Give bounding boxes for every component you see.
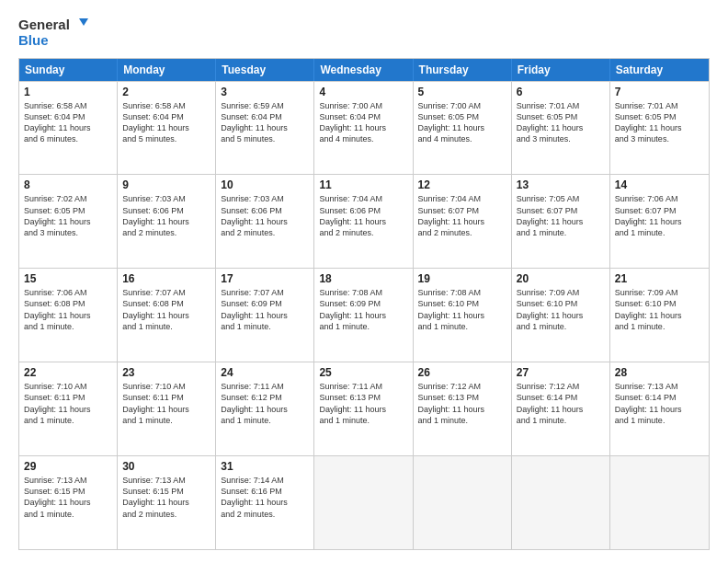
calendar-cell: 21Sunrise: 7:09 AMSunset: 6:10 PMDayligh… — [610, 269, 709, 362]
day-number: 15 — [24, 272, 112, 285]
cell-info: Sunrise: 7:06 AMSunset: 6:08 PMDaylight:… — [24, 287, 112, 332]
cell-info: Sunrise: 7:01 AMSunset: 6:05 PMDaylight:… — [517, 100, 605, 145]
day-number: 28 — [615, 366, 704, 379]
day-number: 20 — [517, 272, 605, 285]
calendar-cell: 16Sunrise: 7:07 AMSunset: 6:08 PMDayligh… — [118, 269, 216, 362]
day-number: 25 — [319, 366, 407, 379]
logo-arrow-icon — [72, 17, 88, 33]
calendar-cell: 10Sunrise: 7:03 AMSunset: 6:06 PMDayligh… — [216, 175, 314, 268]
cell-info: Sunrise: 7:12 AMSunset: 6:13 PMDaylight:… — [418, 381, 506, 426]
calendar-body: 1Sunrise: 6:58 AMSunset: 6:04 PMDaylight… — [19, 81, 709, 550]
day-number: 23 — [122, 366, 210, 379]
day-number: 29 — [24, 460, 112, 473]
cell-info: Sunrise: 7:08 AMSunset: 6:09 PMDaylight:… — [319, 287, 407, 332]
cell-info: Sunrise: 7:11 AMSunset: 6:12 PMDaylight:… — [221, 381, 309, 426]
calendar-header-day: Thursday — [414, 59, 512, 81]
calendar-cell: 27Sunrise: 7:12 AMSunset: 6:14 PMDayligh… — [512, 362, 610, 455]
day-number: 12 — [418, 178, 506, 191]
calendar-cell: 24Sunrise: 7:11 AMSunset: 6:12 PMDayligh… — [216, 362, 314, 455]
calendar-header-day: Monday — [118, 59, 216, 81]
header: General Blue — [18, 17, 710, 49]
day-number: 14 — [615, 178, 704, 191]
day-number: 7 — [615, 86, 704, 98]
page: General Blue SundayMondayTuesdayWednesda… — [0, 0, 728, 563]
calendar-cell: 9Sunrise: 7:03 AMSunset: 6:06 PMDaylight… — [118, 175, 216, 268]
day-number: 13 — [517, 178, 605, 191]
cell-info: Sunrise: 7:00 AMSunset: 6:04 PMDaylight:… — [319, 100, 407, 145]
calendar-header-day: Saturday — [610, 59, 709, 81]
calendar-cell: 28Sunrise: 7:13 AMSunset: 6:14 PMDayligh… — [610, 362, 709, 455]
calendar-cell: 15Sunrise: 7:06 AMSunset: 6:08 PMDayligh… — [19, 269, 118, 362]
cell-info: Sunrise: 7:11 AMSunset: 6:13 PMDaylight:… — [319, 381, 407, 426]
cell-info: Sunrise: 7:13 AMSunset: 6:15 PMDaylight:… — [122, 475, 210, 520]
cell-info: Sunrise: 7:10 AMSunset: 6:11 PMDaylight:… — [122, 381, 210, 426]
calendar-cell: 23Sunrise: 7:10 AMSunset: 6:11 PMDayligh… — [118, 362, 216, 455]
calendar-header-day: Wednesday — [314, 59, 413, 81]
cell-info: Sunrise: 6:58 AMSunset: 6:04 PMDaylight:… — [122, 100, 210, 145]
day-number: 3 — [221, 86, 309, 98]
day-number: 24 — [221, 366, 309, 379]
calendar-cell: 13Sunrise: 7:05 AMSunset: 6:07 PMDayligh… — [512, 175, 610, 268]
cell-info: Sunrise: 7:14 AMSunset: 6:16 PMDaylight:… — [221, 475, 309, 520]
calendar-cell: 6Sunrise: 7:01 AMSunset: 6:05 PMDaylight… — [512, 82, 610, 175]
logo-general: General — [18, 17, 70, 33]
calendar-cell: 18Sunrise: 7:08 AMSunset: 6:09 PMDayligh… — [314, 269, 413, 362]
day-number: 8 — [24, 178, 112, 191]
calendar-header-day: Tuesday — [216, 59, 314, 81]
calendar-cell: 22Sunrise: 7:10 AMSunset: 6:11 PMDayligh… — [19, 362, 118, 455]
calendar-week: 1Sunrise: 6:58 AMSunset: 6:04 PMDaylight… — [19, 81, 709, 175]
cell-info: Sunrise: 7:06 AMSunset: 6:07 PMDaylight:… — [615, 193, 704, 238]
calendar-cell: 30Sunrise: 7:13 AMSunset: 6:15 PMDayligh… — [118, 456, 216, 549]
calendar-cell: 29Sunrise: 7:13 AMSunset: 6:15 PMDayligh… — [19, 456, 118, 549]
cell-info: Sunrise: 7:08 AMSunset: 6:10 PMDaylight:… — [418, 287, 506, 332]
cell-info: Sunrise: 7:07 AMSunset: 6:09 PMDaylight:… — [221, 287, 309, 332]
calendar-cell: 26Sunrise: 7:12 AMSunset: 6:13 PMDayligh… — [414, 362, 512, 455]
day-number: 6 — [517, 86, 605, 98]
calendar-week: 22Sunrise: 7:10 AMSunset: 6:11 PMDayligh… — [19, 362, 709, 455]
day-number: 21 — [615, 272, 704, 285]
calendar-cell: 14Sunrise: 7:06 AMSunset: 6:07 PMDayligh… — [610, 175, 709, 268]
cell-info: Sunrise: 7:09 AMSunset: 6:10 PMDaylight:… — [615, 287, 704, 332]
calendar-cell: 19Sunrise: 7:08 AMSunset: 6:10 PMDayligh… — [414, 269, 512, 362]
calendar-cell: 3Sunrise: 6:59 AMSunset: 6:04 PMDaylight… — [216, 82, 314, 175]
day-number: 19 — [418, 272, 506, 285]
day-number: 11 — [319, 178, 407, 191]
calendar-cell: 7Sunrise: 7:01 AMSunset: 6:05 PMDaylight… — [610, 82, 709, 175]
day-number: 4 — [319, 86, 407, 98]
cell-info: Sunrise: 7:12 AMSunset: 6:14 PMDaylight:… — [517, 381, 605, 426]
cell-info: Sunrise: 7:00 AMSunset: 6:05 PMDaylight:… — [418, 100, 506, 145]
calendar-cell: 1Sunrise: 6:58 AMSunset: 6:04 PMDaylight… — [19, 82, 118, 175]
calendar-cell: 25Sunrise: 7:11 AMSunset: 6:13 PMDayligh… — [314, 362, 413, 455]
cell-info: Sunrise: 7:04 AMSunset: 6:07 PMDaylight:… — [418, 193, 506, 238]
day-number: 26 — [418, 366, 506, 379]
calendar-cell — [610, 456, 709, 549]
calendar-cell: 17Sunrise: 7:07 AMSunset: 6:09 PMDayligh… — [216, 269, 314, 362]
cell-info: Sunrise: 7:03 AMSunset: 6:06 PMDaylight:… — [122, 193, 210, 238]
calendar-cell — [314, 456, 413, 549]
calendar-cell: 4Sunrise: 7:00 AMSunset: 6:04 PMDaylight… — [314, 82, 413, 175]
calendar-cell: 12Sunrise: 7:04 AMSunset: 6:07 PMDayligh… — [414, 175, 512, 268]
day-number: 30 — [122, 460, 210, 473]
calendar-header-row: SundayMondayTuesdayWednesdayThursdayFrid… — [19, 59, 709, 81]
calendar-cell — [414, 456, 512, 549]
cell-info: Sunrise: 7:01 AMSunset: 6:05 PMDaylight:… — [615, 100, 704, 145]
day-number: 2 — [122, 86, 210, 98]
cell-info: Sunrise: 7:09 AMSunset: 6:10 PMDaylight:… — [517, 287, 605, 332]
calendar-cell: 8Sunrise: 7:02 AMSunset: 6:05 PMDaylight… — [19, 175, 118, 268]
day-number: 17 — [221, 272, 309, 285]
day-number: 1 — [24, 86, 112, 98]
calendar-week: 29Sunrise: 7:13 AMSunset: 6:15 PMDayligh… — [19, 455, 709, 549]
cell-info: Sunrise: 7:13 AMSunset: 6:14 PMDaylight:… — [615, 381, 704, 426]
logo-blue: Blue — [18, 33, 88, 49]
svg-marker-0 — [79, 18, 88, 26]
day-number: 27 — [517, 366, 605, 379]
cell-info: Sunrise: 7:07 AMSunset: 6:08 PMDaylight:… — [122, 287, 210, 332]
cell-info: Sunrise: 6:58 AMSunset: 6:04 PMDaylight:… — [24, 100, 112, 145]
day-number: 5 — [418, 86, 506, 98]
calendar: SundayMondayTuesdayWednesdayThursdayFrid… — [18, 58, 710, 551]
cell-info: Sunrise: 6:59 AMSunset: 6:04 PMDaylight:… — [221, 100, 309, 145]
calendar-cell — [512, 456, 610, 549]
cell-info: Sunrise: 7:03 AMSunset: 6:06 PMDaylight:… — [221, 193, 309, 238]
logo: General Blue — [18, 17, 88, 49]
calendar-header-day: Friday — [512, 59, 610, 81]
